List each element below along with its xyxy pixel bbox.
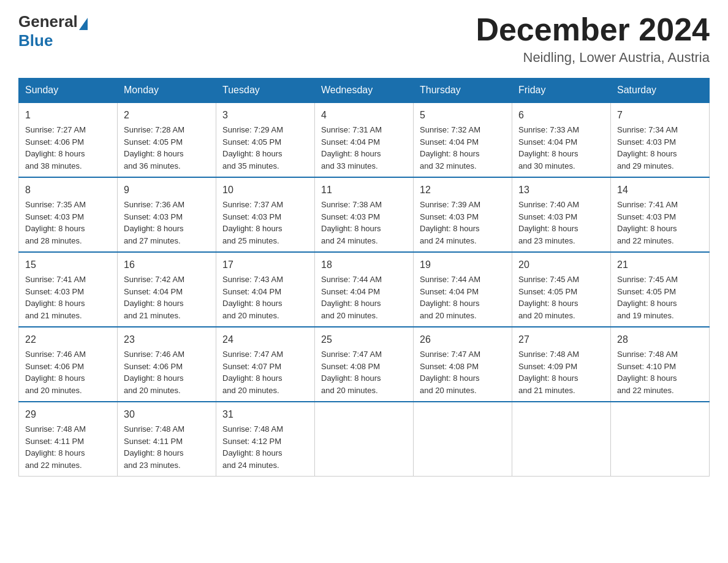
calendar-day-cell: 17 Sunrise: 7:43 AM Sunset: 4:04 PM Dayl… [216,252,315,327]
day-daylight-label: Daylight: 8 hours [222,149,282,158]
day-number: 25 [321,332,407,347]
day-daylight-label: Daylight: 8 hours [124,299,184,308]
day-daylight-value: and 22 minutes. [617,236,674,245]
day-daylight-label: Daylight: 8 hours [124,149,184,158]
day-sunset: Sunset: 4:03 PM [617,137,676,147]
day-number: 13 [518,183,604,197]
month-title: December 2024 [476,12,710,47]
day-sunset: Sunset: 4:03 PM [420,212,479,221]
day-daylight-label: Daylight: 8 hours [617,299,677,308]
day-sunset: Sunset: 4:05 PM [124,137,183,147]
day-daylight-label: Daylight: 8 hours [222,224,282,233]
day-number: 4 [321,108,407,123]
day-sunrise: Sunrise: 7:48 AM [518,350,579,359]
day-daylight-value: and 20 minutes. [420,311,477,320]
day-number: 3 [222,108,308,123]
day-daylight-label: Daylight: 8 hours [25,448,85,458]
day-sunrise: Sunrise: 7:38 AM [321,200,382,209]
day-sunset: Sunset: 4:03 PM [25,212,84,221]
day-sunset: Sunset: 4:09 PM [518,362,577,371]
day-daylight-value: and 20 minutes. [420,386,477,395]
calendar-header-row: SundayMondayTuesdayWednesdayThursdayFrid… [19,79,710,103]
calendar-day-cell: 9 Sunrise: 7:36 AM Sunset: 4:03 PM Dayli… [118,177,216,252]
day-number: 29 [25,407,111,422]
day-of-week-header: Sunday [19,79,118,103]
day-sunset: Sunset: 4:08 PM [420,362,479,371]
day-sunrise: Sunrise: 7:28 AM [124,125,184,134]
day-daylight-label: Daylight: 8 hours [420,299,480,308]
day-daylight-label: Daylight: 8 hours [420,224,480,233]
day-sunrise: Sunrise: 7:48 AM [124,424,184,434]
logo: General Blue [18,12,89,50]
day-daylight-label: Daylight: 8 hours [518,224,578,233]
day-daylight-label: Daylight: 8 hours [420,373,480,383]
page-header: General Blue December 2024 Neidling, Low… [18,12,710,66]
day-sunrise: Sunrise: 7:29 AM [222,125,283,134]
day-daylight-label: Daylight: 8 hours [321,299,381,308]
day-sunrise: Sunrise: 7:43 AM [222,275,283,284]
logo-blue-text: Blue [18,31,53,50]
calendar-day-cell: 8 Sunrise: 7:35 AM Sunset: 4:03 PM Dayli… [19,177,118,252]
day-daylight-value: and 25 minutes. [222,236,279,245]
calendar-day-cell: 6 Sunrise: 7:33 AM Sunset: 4:04 PM Dayli… [512,102,611,177]
day-daylight-label: Daylight: 8 hours [222,299,282,308]
calendar-day-cell: 12 Sunrise: 7:39 AM Sunset: 4:03 PM Dayl… [414,177,512,252]
day-sunrise: Sunrise: 7:47 AM [321,350,382,359]
calendar-day-cell: 15 Sunrise: 7:41 AM Sunset: 4:03 PM Dayl… [19,252,118,327]
day-number: 23 [124,332,210,347]
day-sunrise: Sunrise: 7:36 AM [124,200,184,209]
calendar-day-cell: 21 Sunrise: 7:45 AM Sunset: 4:05 PM Dayl… [611,252,710,327]
calendar-week-row: 29 Sunrise: 7:48 AM Sunset: 4:11 PM Dayl… [19,402,710,477]
day-daylight-value: and 29 minutes. [617,161,674,170]
day-daylight-value: and 30 minutes. [518,161,575,170]
day-sunset: Sunset: 4:11 PM [124,437,183,446]
day-number: 17 [222,258,308,272]
day-number: 2 [124,108,210,123]
calendar-day-cell: 27 Sunrise: 7:48 AM Sunset: 4:09 PM Dayl… [512,327,611,402]
day-daylight-label: Daylight: 8 hours [222,448,282,458]
day-number: 9 [124,183,210,197]
calendar-table: SundayMondayTuesdayWednesdayThursdayFrid… [18,78,710,477]
calendar-day-cell: 20 Sunrise: 7:45 AM Sunset: 4:05 PM Dayl… [512,252,611,327]
calendar-day-cell: 25 Sunrise: 7:47 AM Sunset: 4:08 PM Dayl… [315,327,414,402]
calendar-day-cell: 18 Sunrise: 7:44 AM Sunset: 4:04 PM Dayl… [315,252,414,327]
calendar-day-cell: 2 Sunrise: 7:28 AM Sunset: 4:05 PM Dayli… [118,102,216,177]
day-sunset: Sunset: 4:04 PM [321,137,380,147]
day-daylight-label: Daylight: 8 hours [617,373,677,383]
day-daylight-label: Daylight: 8 hours [321,224,381,233]
day-daylight-value: and 21 minutes. [124,311,181,320]
day-of-week-header: Saturday [611,79,710,103]
day-daylight-label: Daylight: 8 hours [617,149,677,158]
day-sunrise: Sunrise: 7:44 AM [420,275,480,284]
day-sunrise: Sunrise: 7:48 AM [25,424,86,434]
day-daylight-value: and 20 minutes. [25,386,82,395]
day-sunrise: Sunrise: 7:46 AM [124,350,184,359]
day-sunset: Sunset: 4:03 PM [124,212,183,221]
day-sunset: Sunset: 4:10 PM [617,362,676,371]
day-sunset: Sunset: 4:03 PM [25,287,84,296]
day-sunrise: Sunrise: 7:35 AM [25,200,86,209]
day-sunrise: Sunrise: 7:47 AM [222,350,283,359]
day-daylight-value: and 21 minutes. [25,311,82,320]
calendar-day-cell: 19 Sunrise: 7:44 AM Sunset: 4:04 PM Dayl… [414,252,512,327]
calendar-day-cell: 13 Sunrise: 7:40 AM Sunset: 4:03 PM Dayl… [512,177,611,252]
day-sunrise: Sunrise: 7:41 AM [25,275,86,284]
day-daylight-value: and 38 minutes. [25,161,82,170]
day-daylight-value: and 27 minutes. [124,236,181,245]
day-daylight-label: Daylight: 8 hours [25,224,85,233]
calendar-day-cell [414,402,512,477]
calendar-week-row: 8 Sunrise: 7:35 AM Sunset: 4:03 PM Dayli… [19,177,710,252]
day-daylight-label: Daylight: 8 hours [518,149,578,158]
day-sunrise: Sunrise: 7:40 AM [518,200,579,209]
calendar-week-row: 1 Sunrise: 7:27 AM Sunset: 4:06 PM Dayli… [19,102,710,177]
day-daylight-value: and 35 minutes. [222,161,279,170]
calendar-week-row: 15 Sunrise: 7:41 AM Sunset: 4:03 PM Dayl… [19,252,710,327]
day-sunrise: Sunrise: 7:34 AM [617,125,678,134]
day-sunset: Sunset: 4:03 PM [222,212,281,221]
calendar-day-cell: 7 Sunrise: 7:34 AM Sunset: 4:03 PM Dayli… [611,102,710,177]
day-sunset: Sunset: 4:04 PM [321,287,380,296]
day-daylight-label: Daylight: 8 hours [124,448,184,458]
day-number: 26 [420,332,506,347]
day-of-week-header: Wednesday [315,79,414,103]
day-sunset: Sunset: 4:03 PM [617,212,676,221]
